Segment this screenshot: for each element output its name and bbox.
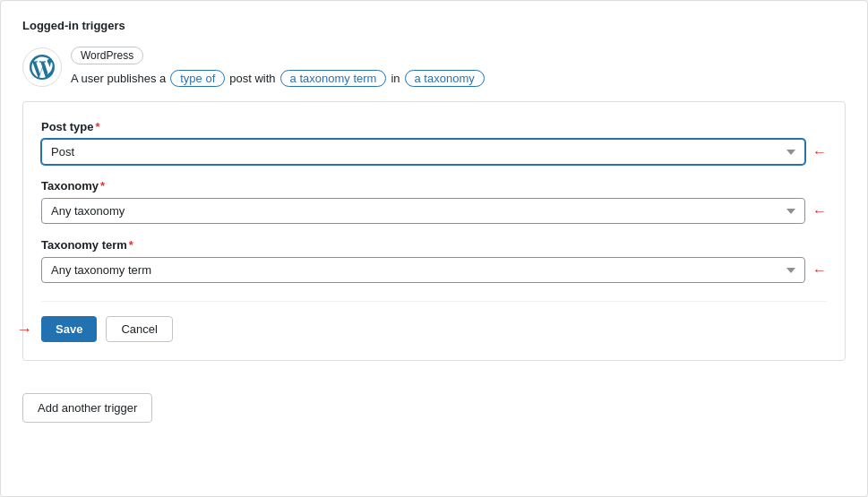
trigger-description: A user publishes a type of post with a t… bbox=[71, 70, 485, 87]
trigger-pill-type[interactable]: type of bbox=[170, 70, 225, 87]
trigger-pill-term[interactable]: a taxonomy term bbox=[280, 70, 387, 87]
save-button-wrapper: → Save bbox=[41, 316, 97, 342]
wordpress-logo bbox=[30, 55, 55, 80]
taxonomy-term-label: Taxonomy term* bbox=[41, 238, 827, 252]
taxonomy-term-required: * bbox=[129, 238, 133, 252]
platform-badge: WordPress bbox=[71, 47, 143, 64]
trigger-pill-taxonomy[interactable]: a taxonomy bbox=[405, 70, 485, 87]
taxonomy-select-wrapper: Any taxonomy ← bbox=[41, 198, 827, 224]
post-type-group: Post type* Post ← bbox=[41, 120, 827, 165]
add-trigger-button[interactable]: Add another trigger bbox=[22, 393, 152, 423]
section-title: Logged-in triggers bbox=[22, 19, 846, 32]
taxonomy-term-select[interactable]: Any taxonomy term bbox=[41, 257, 805, 283]
taxonomy-required: * bbox=[100, 179, 105, 193]
add-trigger-area: Add another trigger bbox=[22, 379, 846, 423]
save-button[interactable]: Save bbox=[41, 316, 97, 342]
taxonomy-group: Taxonomy* Any taxonomy ← bbox=[41, 179, 827, 224]
save-arrow-icon: → bbox=[16, 320, 32, 338]
taxonomy-term-arrow-indicator: ← bbox=[812, 262, 827, 278]
trigger-text-before: A user publishes a bbox=[71, 72, 166, 85]
taxonomy-select[interactable]: Any taxonomy bbox=[41, 198, 805, 224]
post-type-select-wrapper: Post ← bbox=[41, 139, 827, 165]
trigger-text-in: in bbox=[391, 72, 400, 85]
post-type-label: Post type* bbox=[41, 120, 827, 133]
trigger-text-middle: post with bbox=[229, 72, 275, 85]
taxonomy-label: Taxonomy* bbox=[41, 179, 827, 193]
taxonomy-term-group: Taxonomy term* Any taxonomy term ← bbox=[41, 238, 827, 283]
trigger-info: WordPress A user publishes a type of pos… bbox=[71, 47, 485, 87]
platform-badge-wrapper: WordPress bbox=[71, 47, 485, 64]
taxonomy-arrow-indicator: ← bbox=[812, 203, 827, 219]
form-panel: Post type* Post ← Taxonomy* Any taxonomy… bbox=[22, 101, 846, 361]
main-container: Logged-in triggers WordPress A user publ… bbox=[0, 0, 868, 497]
wordpress-icon-wrapper bbox=[22, 47, 62, 87]
trigger-row: WordPress A user publishes a type of pos… bbox=[22, 47, 846, 87]
post-type-required: * bbox=[96, 120, 100, 133]
cancel-button[interactable]: Cancel bbox=[106, 316, 172, 342]
taxonomy-term-select-wrapper: Any taxonomy term ← bbox=[41, 257, 827, 283]
form-actions: → Save Cancel bbox=[41, 301, 827, 342]
post-type-select[interactable]: Post bbox=[41, 139, 805, 165]
post-type-arrow-indicator: ← bbox=[812, 144, 827, 160]
